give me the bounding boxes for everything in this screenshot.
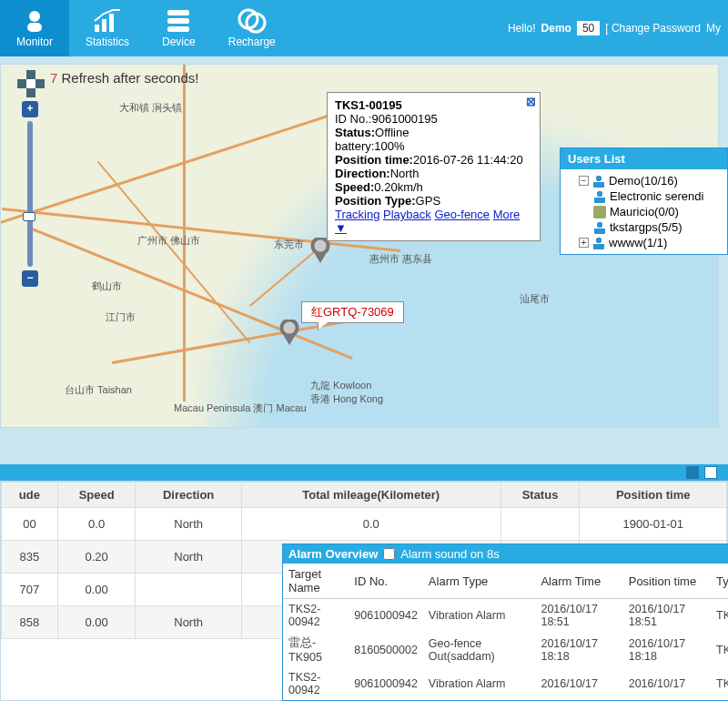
popup-battery-value: 100% (374, 139, 404, 153)
svg-rect-6 (167, 18, 189, 24)
th-speed[interactable]: Speed (57, 483, 136, 508)
alarm-overview-panel: Alarm Overview Alarm sound on 8s Target … (282, 544, 728, 701)
popup-battery-label: battery: (335, 139, 374, 153)
popup-ptime-value: 2016-07-26 11:44:20 (413, 153, 523, 167)
popup-id-label: ID No.: (335, 112, 371, 126)
alarm-th: Alarm Time (535, 564, 622, 599)
popup-playback-link[interactable]: Playback (383, 208, 431, 221)
city-label: 惠州市 惠东县 (369, 252, 432, 266)
popup-direction-label: Direction: (335, 167, 390, 180)
users-tree: − Demo(10/16) Electronic serendi Maurici… (561, 169, 727, 254)
alarm-th: Alarm Type (423, 564, 536, 599)
svg-point-0 (29, 11, 40, 22)
device-icon (164, 8, 193, 34)
nav-device[interactable]: Device (146, 0, 212, 56)
tree-root[interactable]: − Demo(10/16) (566, 173, 723, 188)
my-link[interactable]: My (706, 22, 721, 35)
maximize-button[interactable] (704, 466, 717, 479)
svg-rect-1 (27, 23, 42, 32)
device-popup: ⊠ TKS1-00195 ID No.:9061000195 Status:Of… (327, 92, 541, 241)
popup-id-value: 9061000195 (371, 112, 437, 126)
popup-direction-value: North (390, 167, 420, 180)
popup-status-label: Status: (335, 126, 375, 139)
username: Demo (541, 22, 571, 35)
th-status[interactable]: Status (500, 483, 580, 508)
nav-statistics[interactable]: Statistics (69, 0, 146, 56)
nav-device-label: Device (162, 36, 196, 48)
popup-ptype-label: Position Type: (335, 194, 416, 208)
change-password-link[interactable]: [ Change Password (605, 22, 701, 35)
alarm-row[interactable]: 雷总-TK9058160500002Geo-fence Out(saddam)2… (283, 632, 728, 667)
tree-child[interactable]: Mauricio(0/0) (566, 204, 723, 219)
popup-geofence-link[interactable]: Geo-fence (434, 208, 490, 221)
map-marker[interactable] (310, 238, 330, 263)
table-row[interactable]: 000.0North0.01900-01-01 (2, 508, 727, 541)
tree-child[interactable]: tkstargps(5/5) (566, 219, 723, 235)
popup-ptime-label: Position time: (335, 153, 413, 167)
alarm-th: ID No. (349, 564, 423, 599)
days-box: 50 (577, 21, 600, 36)
tree-expand-icon[interactable]: + (579, 238, 589, 248)
svg-rect-7 (167, 26, 189, 32)
nav-recharge[interactable]: Recharge (212, 0, 292, 56)
popup-close-button[interactable]: ⊠ (526, 95, 536, 108)
users-list-panel: Users List − Demo(10/16) Electronic sere… (560, 147, 728, 255)
alarm-th: Ty (711, 564, 728, 599)
alarm-title: Alarm Overview (288, 547, 378, 561)
tree-sibling[interactable]: + wwww(1/1) (566, 235, 723, 250)
th-direction[interactable]: Direction (136, 483, 241, 508)
th-ptime[interactable]: Position time (580, 483, 727, 508)
zoom-in-button[interactable]: + (22, 101, 38, 117)
popup-speed-label: Speed: (335, 180, 374, 194)
map-pan-control[interactable] (17, 70, 45, 97)
users-list-title: Users List (561, 148, 727, 169)
recharge-icon (238, 8, 267, 34)
zoom-slider[interactable] (27, 121, 33, 267)
svg-rect-3 (102, 19, 106, 32)
city-label: 东莞市 (274, 238, 304, 251)
tree-collapse-icon[interactable]: − (579, 176, 589, 186)
user-icon (592, 175, 605, 188)
alarm-header: Alarm Overview Alarm sound on 8s (283, 544, 728, 564)
popup-target-name: TKS1-00195 (335, 98, 532, 112)
city-label: 大和镇 涧头镇 (119, 101, 182, 115)
city-label: 台山市 Taishan (65, 383, 132, 397)
alarm-row[interactable]: TKS2-009429061000942Vibration Alarm2016/… (283, 599, 728, 633)
alarm-row[interactable]: TKS2-009429061000942Vibration Alarm2016/… (283, 667, 728, 700)
user-icon (593, 190, 606, 203)
tree-child[interactable]: Electronic serendi (566, 188, 723, 204)
alarm-sound-checkbox[interactable] (383, 548, 395, 560)
map-zoom-control: + − (17, 70, 43, 290)
th-mileage[interactable]: Total mileage(Kilometer) (241, 483, 500, 508)
city-label: 香港 Hong Kong (310, 392, 383, 406)
city-label: 汕尾市 (520, 292, 550, 306)
city-label: 九龍 Kowloon (310, 379, 371, 392)
svg-rect-2 (95, 25, 99, 32)
alarm-th: Position time (623, 564, 711, 599)
minimize-button[interactable] (686, 466, 699, 479)
refresh-message: 7 Refresh after seconds! (50, 70, 198, 86)
dropdown-arrow-icon: ▼ (335, 221, 347, 235)
marker-callout[interactable]: 红GRTQ-73069 (301, 301, 404, 323)
popup-ptype-value: GPS (416, 194, 440, 208)
user-icon (592, 237, 605, 249)
city-label: Macau Peninsula 澳门 Macau (174, 401, 307, 415)
monitor-icon (20, 8, 49, 34)
refresh-seconds: 7 (50, 70, 57, 86)
greeting-prefix: Hello! (508, 22, 536, 35)
popup-status-value: Offline (375, 126, 409, 139)
city-label: 江门市 (106, 310, 136, 324)
svg-rect-4 (109, 14, 114, 32)
nav-monitor-label: Monitor (16, 36, 53, 48)
nav-monitor[interactable]: Monitor (0, 0, 69, 56)
th-ude[interactable]: ude (2, 483, 58, 508)
nav-recharge-label: Recharge (228, 36, 276, 48)
zoom-out-button[interactable]: − (22, 270, 38, 287)
chart-icon (93, 8, 122, 34)
map-marker[interactable] (279, 320, 299, 345)
bottom-panel: ude Speed Direction Total mileage(Kilome… (0, 464, 728, 701)
callout-label: 红GRTQ-73069 (311, 305, 394, 319)
popup-tracking-link[interactable]: Tracking (335, 208, 379, 221)
popup-speed-value: 0.20km/h (374, 180, 422, 194)
bottom-titlebar (0, 464, 728, 481)
